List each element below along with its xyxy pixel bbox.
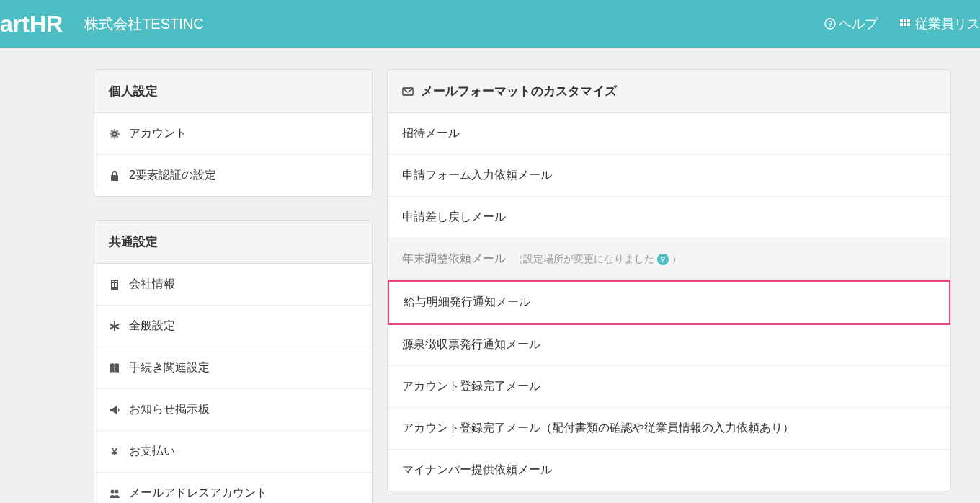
mail-item-label: 申請フォーム入力依頼メール (402, 169, 552, 181)
mail-item-label: マイナンバー提供依頼メール (402, 463, 552, 476)
sidebar-item-email-account[interactable]: メールアドレスアカウント (94, 473, 372, 503)
mail-item-label: 源泉徴収票発行通知メール (402, 338, 540, 350)
yen-icon: ¥ (109, 446, 120, 458)
sidebar-item-label: 2要素認証の設定 (129, 168, 216, 183)
help-icon: ? (824, 18, 836, 30)
mail-item-invitation[interactable]: 招待メール (388, 113, 950, 155)
svg-text:¥: ¥ (112, 446, 118, 458)
svg-rect-3 (904, 19, 906, 22)
help-link[interactable]: ? ヘルプ (824, 15, 878, 32)
main: メールフォーマットのカスタマイズ 招待メール 申請フォーム入力依頼メール 申請差… (387, 69, 951, 503)
help-label: ヘルプ (839, 15, 878, 32)
svg-rect-9 (111, 175, 118, 181)
mail-item-label: 招待メール (402, 127, 460, 139)
lock-icon (109, 170, 120, 182)
megaphone-icon (109, 404, 120, 416)
sidebar-item-label: 会社情報 (129, 277, 175, 292)
asterisk-icon (109, 321, 120, 332)
svg-rect-5 (900, 23, 903, 26)
sidebar-item-2fa[interactable]: 2要素認証の設定 (94, 155, 372, 196)
mail-item-account-complete[interactable]: アカウント登録完了メール (388, 366, 950, 408)
mail-item-payslip[interactable]: 給与明細発行通知メール (387, 280, 951, 325)
header: artHR 株式会社TESTINC ? ヘルプ 従業員リス (0, 0, 980, 48)
sidebar-item-announcement[interactable]: お知らせ掲示板 (94, 389, 372, 431)
company-name: 株式会社TESTINC (84, 14, 204, 34)
mail-item-form-request[interactable]: 申請フォーム入力依頼メール (388, 155, 950, 197)
sidebar-common-section: 共通設定 会社情報 全般設定 手続き関連設定 (94, 220, 373, 503)
svg-rect-21 (403, 88, 413, 95)
building-icon (109, 279, 120, 290)
svg-rect-14 (115, 283, 117, 285)
sidebar-item-label: お支払い (129, 444, 175, 459)
employee-list-link[interactable]: 従業員リス (899, 15, 980, 32)
book-icon (109, 362, 120, 374)
svg-point-19 (111, 489, 115, 493)
mail-item-note: （設定場所が変更になりました ? ） (513, 253, 682, 266)
mail-item-label: 給与明細発行通知メール (404, 295, 530, 308)
mail-item-label: アカウント登録完了メール（配付書類の確認や従業員情報の入力依頼あり） (402, 422, 794, 434)
svg-rect-6 (904, 23, 906, 26)
users-icon (109, 488, 120, 499)
svg-rect-4 (907, 19, 910, 22)
main-header: メールフォーマットのカスタマイズ (388, 70, 950, 113)
employee-list-label: 従業員リス (915, 15, 980, 32)
list-icon (899, 18, 911, 30)
sidebar-item-label: アカウント (129, 126, 187, 141)
sidebar-item-label: メールアドレスアカウント (129, 486, 267, 501)
header-right: ? ヘルプ 従業員リス (824, 15, 980, 32)
mail-item-yearend: 年末調整依頼メール （設定場所が変更になりました ? ） (388, 239, 950, 280)
sidebar-item-label: 全般設定 (129, 319, 175, 334)
sidebar-item-account[interactable]: アカウント (94, 113, 372, 155)
svg-rect-15 (112, 285, 114, 287)
svg-rect-2 (900, 19, 903, 22)
sidebar-item-procedure[interactable]: 手続き関連設定 (94, 347, 372, 389)
sidebar-item-label: お知らせ掲示板 (129, 402, 210, 417)
svg-rect-11 (112, 281, 114, 282)
svg-rect-16 (115, 285, 117, 287)
content: 個人設定 アカウント 2要素認証の設定 共通設定 (0, 48, 980, 503)
sidebar-item-company-info[interactable]: 会社情報 (94, 264, 372, 306)
sidebar-personal-section: 個人設定 アカウント 2要素認証の設定 (94, 69, 373, 197)
mail-item-label: 申請差し戻しメール (402, 210, 506, 223)
sidebar-item-payment[interactable]: ¥ お支払い (94, 431, 372, 473)
sidebar-common-header: 共通設定 (94, 221, 372, 264)
svg-rect-12 (115, 281, 117, 282)
svg-rect-10 (111, 280, 118, 290)
logo: artHR (0, 11, 63, 37)
main-panel: メールフォーマットのカスタマイズ 招待メール 申請フォーム入力依頼メール 申請差… (387, 69, 951, 491)
sidebar-personal-header: 個人設定 (94, 70, 372, 113)
svg-rect-13 (112, 283, 114, 285)
svg-text:?: ? (828, 20, 832, 28)
svg-point-20 (115, 489, 119, 493)
mail-item-return[interactable]: 申請差し戻しメール (388, 197, 950, 239)
main-title: メールフォーマットのカスタマイズ (421, 83, 617, 99)
mail-item-mynumber[interactable]: マイナンバー提供依頼メール (388, 450, 950, 491)
mail-item-account-complete-docs[interactable]: アカウント登録完了メール（配付書類の確認や従業員情報の入力依頼あり） (388, 408, 950, 450)
sidebar: 個人設定 アカウント 2要素認証の設定 共通設定 (94, 69, 373, 503)
gear-icon (109, 128, 120, 140)
sidebar-item-label: 手続き関連設定 (129, 360, 210, 375)
svg-rect-7 (907, 23, 910, 26)
sidebar-item-general[interactable]: 全般設定 (94, 306, 372, 347)
help-circle-icon[interactable]: ? (657, 254, 669, 265)
envelope-icon (402, 86, 414, 97)
mail-item-withholding[interactable]: 源泉徴収票発行通知メール (388, 324, 950, 366)
mail-item-label: アカウント登録完了メール (402, 380, 540, 392)
mail-item-label: 年末調整依頼メール (402, 252, 506, 267)
